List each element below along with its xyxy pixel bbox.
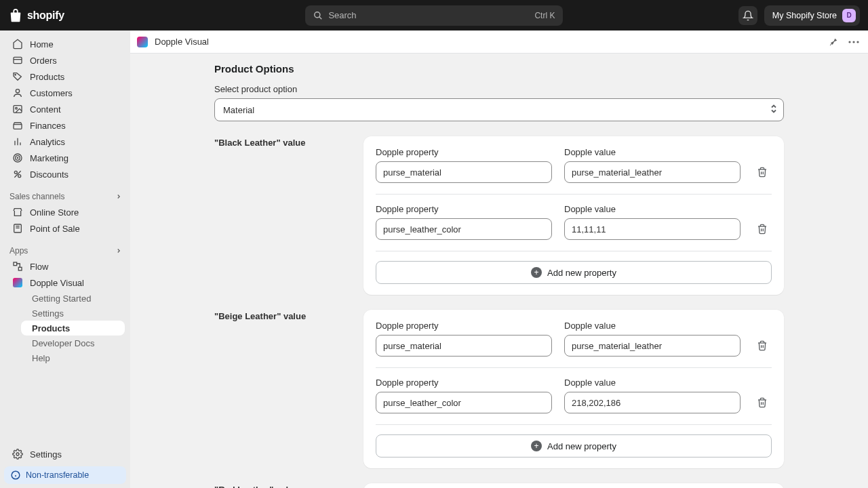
value-input[interactable] xyxy=(564,392,741,413)
store-name: My Shopify Store xyxy=(772,11,837,20)
option-value-title: "Red Leather" value xyxy=(214,483,350,488)
customers-icon xyxy=(12,87,23,98)
option-value-row: "Black Leather" valueDopple propertyDopp… xyxy=(214,136,784,295)
property-card: Dopple propertyDopple valueDopple proper… xyxy=(363,310,784,468)
value-input[interactable] xyxy=(564,218,741,240)
sidebar-item-customers[interactable]: Customers xyxy=(4,85,126,101)
sidebar-item-orders[interactable]: Orders xyxy=(4,52,126,68)
property-input[interactable] xyxy=(376,335,552,357)
value-label: Dopple value xyxy=(564,147,741,157)
delete-property-button[interactable] xyxy=(753,392,772,413)
svg-point-13 xyxy=(17,157,18,158)
svg-point-0 xyxy=(315,12,320,17)
option-value-title: "Beige Leather" value xyxy=(214,310,350,321)
property-label: Dopple property xyxy=(376,321,552,331)
trash-icon xyxy=(757,340,768,351)
app-title: Dopple Visual xyxy=(155,37,209,47)
sidebar-item-flow[interactable]: Flow xyxy=(4,258,126,274)
content-icon xyxy=(12,104,23,115)
sidebar: HomeOrdersProductsCustomersContentFinanc… xyxy=(0,30,130,488)
option-value-title: "Black Leather" value xyxy=(214,136,350,148)
subnav-products[interactable]: Products xyxy=(21,321,125,336)
svg-line-16 xyxy=(14,171,20,177)
trash-icon xyxy=(757,167,768,178)
value-label: Dopple value xyxy=(564,204,741,214)
sidebar-item-discounts[interactable]: Discounts xyxy=(4,166,126,182)
subnav-developer-docs[interactable]: Developer Docs xyxy=(21,336,125,350)
search-shortcut: Ctrl K xyxy=(534,11,555,20)
sales-channels-header[interactable]: Sales channels xyxy=(0,188,130,204)
dopple-icon xyxy=(12,277,23,288)
settings-label: Settings xyxy=(30,449,62,460)
section-title: Product Options xyxy=(214,63,784,75)
property-input[interactable] xyxy=(376,161,552,183)
store-icon xyxy=(12,207,23,218)
svg-point-14 xyxy=(14,171,17,174)
subnav-help[interactable]: Help xyxy=(21,350,125,365)
option-value-row: "Beige Leather" valueDopple propertyDopp… xyxy=(214,310,784,468)
finances-icon xyxy=(12,120,23,131)
svg-rect-2 xyxy=(14,57,22,63)
shopify-logo[interactable]: shopify xyxy=(8,8,130,23)
delete-property-button[interactable] xyxy=(753,218,772,240)
non-transferable-banner[interactable]: Non-transferable xyxy=(4,466,126,484)
property-label: Dopple property xyxy=(376,204,552,214)
plus-circle-icon: + xyxy=(531,267,542,278)
option-value-row: "Red Leather" valueDopple propertyDopple… xyxy=(214,483,784,488)
value-label: Dopple value xyxy=(564,321,741,331)
info-icon xyxy=(11,470,20,480)
search-icon xyxy=(313,11,323,20)
shopify-wordmark: shopify xyxy=(27,9,64,22)
chevron-right-icon xyxy=(115,247,122,254)
value-input[interactable] xyxy=(564,161,741,183)
sidebar-item-products[interactable]: Products xyxy=(4,68,126,85)
add-property-button[interactable]: +Add new property xyxy=(376,261,772,284)
subnav-getting-started[interactable]: Getting Started xyxy=(21,291,125,306)
pin-button[interactable] xyxy=(826,35,841,49)
sidebar-item-finances[interactable]: Finances xyxy=(4,117,126,134)
dopple-app-icon xyxy=(137,37,148,47)
analytics-icon xyxy=(12,136,23,147)
search-input[interactable]: Search Ctrl K xyxy=(305,5,563,26)
home-icon xyxy=(12,39,23,49)
sidebar-settings[interactable]: Settings xyxy=(4,446,126,462)
product-option-select[interactable]: Material xyxy=(214,98,784,121)
shopify-bag-icon xyxy=(8,8,23,23)
marketing-icon xyxy=(12,152,23,163)
products-icon xyxy=(12,71,23,82)
property-card: Dopple propertyDopple valueDopple proper… xyxy=(363,136,784,295)
notifications-button[interactable] xyxy=(738,6,757,25)
property-label: Dopple property xyxy=(376,378,552,388)
dots-icon xyxy=(848,41,859,43)
sidebar-item-point-of-sale[interactable]: Point of Sale xyxy=(4,220,126,237)
select-label: Select product option xyxy=(214,84,784,94)
subnav-settings[interactable]: Settings xyxy=(21,306,125,321)
sidebar-item-content[interactable]: Content xyxy=(4,101,126,117)
svg-point-7 xyxy=(16,107,18,109)
apps-header[interactable]: Apps xyxy=(0,242,130,258)
sidebar-item-home[interactable]: Home xyxy=(4,36,126,52)
delete-property-button[interactable] xyxy=(753,161,772,183)
trash-icon xyxy=(757,224,768,235)
sidebar-item-analytics[interactable]: Analytics xyxy=(4,134,126,150)
bell-icon xyxy=(743,10,753,21)
delete-property-button[interactable] xyxy=(753,335,772,357)
svg-point-15 xyxy=(18,175,21,178)
property-input[interactable] xyxy=(376,218,552,240)
property-label: Dopple property xyxy=(376,147,552,157)
add-property-button[interactable]: +Add new property xyxy=(376,434,772,458)
svg-point-26 xyxy=(848,41,850,43)
store-switcher[interactable]: My Shopify Store D xyxy=(764,5,860,26)
property-card: Dopple propertyDopple value xyxy=(363,483,784,488)
svg-point-5 xyxy=(16,89,19,93)
value-input[interactable] xyxy=(564,335,741,357)
sidebar-item-online-store[interactable]: Online Store xyxy=(4,204,126,220)
sidebar-item-dopple-visual[interactable]: Dopple Visual xyxy=(4,274,126,291)
property-input[interactable] xyxy=(376,392,552,413)
orders-icon xyxy=(12,55,23,66)
pin-icon xyxy=(829,37,838,47)
svg-rect-21 xyxy=(18,267,22,270)
more-button[interactable] xyxy=(846,35,861,49)
sidebar-item-marketing[interactable]: Marketing xyxy=(4,150,126,166)
avatar: D xyxy=(842,9,856,22)
